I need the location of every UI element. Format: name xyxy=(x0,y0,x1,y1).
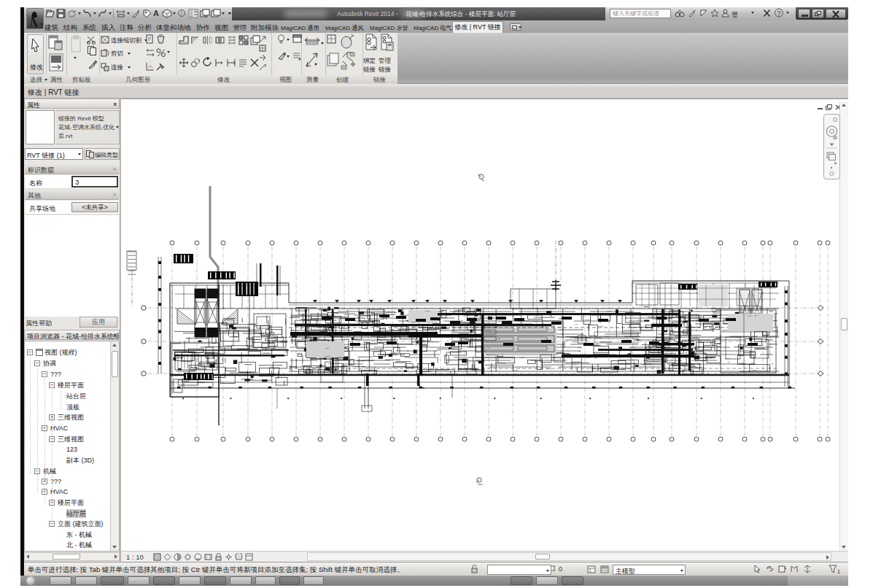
svg-text:?: ? xyxy=(777,9,781,17)
svg-text:键入关键字或短语: 键入关键字或短语 xyxy=(612,10,659,17)
